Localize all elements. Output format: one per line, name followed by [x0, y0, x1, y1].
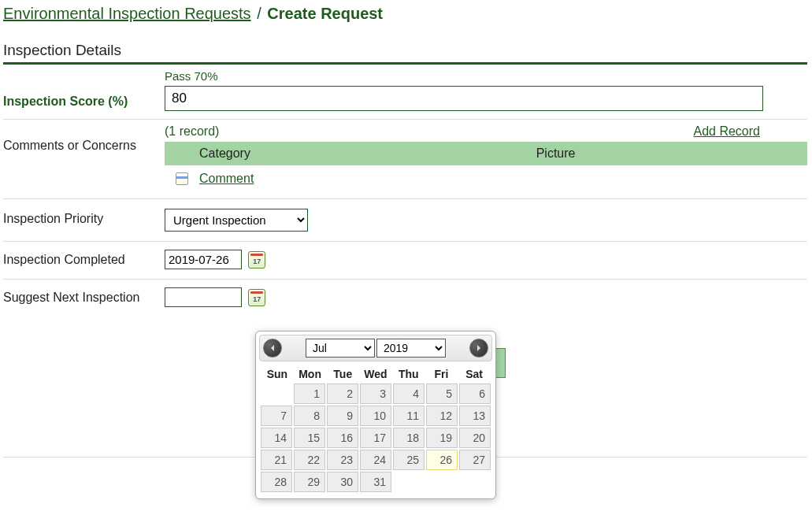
datepicker-day-grid: 1234567891011121314151617181920212223242…: [259, 383, 492, 461]
datepicker-day-cell[interactable]: 26: [426, 450, 458, 461]
datepicker-day-cell[interactable]: 11: [393, 406, 425, 426]
datepicker-day-cell[interactable]: 25: [393, 450, 425, 461]
record-count: (1 record): [165, 124, 219, 139]
section-heading-inspection-details: Inspection Details: [3, 42, 807, 65]
breadcrumb: Environmental Inspection Requests / Crea…: [3, 3, 807, 32]
col-header-picture: Picture: [473, 146, 807, 161]
datepicker-month-select[interactable]: Jul: [306, 339, 375, 358]
label-next: Suggest Next Inspection: [3, 287, 165, 305]
datepicker-day-cell[interactable]: 9: [327, 406, 358, 426]
hint-pass-threshold: Pass 70%: [165, 69, 807, 83]
datepicker-dow-label: Tue: [326, 368, 359, 380]
datepicker-day-cell[interactable]: 21: [261, 450, 292, 461]
datepicker-day-cell[interactable]: 4: [393, 383, 425, 404]
datepicker-day-cell[interactable]: 15: [294, 428, 325, 448]
datepicker-day-cell[interactable]: 5: [426, 383, 458, 404]
datepicker-next-button[interactable]: [469, 339, 488, 358]
row-priority: Inspection Priority Urgent Inspection: [3, 199, 807, 242]
datepicker-day-cell[interactable]: 3: [360, 383, 391, 404]
datepicker-day-cell[interactable]: 18: [393, 428, 425, 448]
datepicker-day-cell[interactable]: 2: [327, 383, 358, 404]
chevron-left-icon: [269, 344, 276, 352]
datepicker-day-cell[interactable]: 12: [426, 406, 458, 426]
inspection-score-input[interactable]: [165, 86, 763, 111]
datepicker-day-cell[interactable]: 16: [327, 428, 358, 448]
label-completed: Inspection Completed: [3, 250, 165, 267]
datepicker-day-cell[interactable]: 22: [294, 450, 325, 461]
datepicker-dow-label: Thu: [392, 368, 425, 380]
datepicker-prev-button[interactable]: [263, 339, 282, 358]
datepicker-header: Jul 2019: [259, 335, 492, 361]
breadcrumb-separator: /: [255, 5, 263, 22]
row-next: Suggest Next Inspection 17: [3, 280, 807, 315]
table-row: Comment: [165, 165, 807, 187]
breadcrumb-parent-link[interactable]: Environmental Inspection Requests: [3, 5, 251, 22]
grid-icon[interactable]: [176, 172, 188, 185]
datepicker-day-cell[interactable]: 14: [261, 428, 292, 448]
calendar-icon[interactable]: 17: [248, 251, 265, 269]
add-record-link[interactable]: Add Record: [694, 124, 761, 139]
priority-select[interactable]: Urgent Inspection: [165, 209, 308, 232]
datepicker-dow-label: Wed: [359, 368, 392, 380]
datepicker-dow-label: Sat: [458, 368, 491, 380]
datepicker-dow-label: Fri: [425, 368, 458, 380]
label-comments: Comments or Concerns: [3, 124, 165, 153]
datepicker-dayofweek-row: SunMonTueWedThuFriSat: [259, 361, 492, 383]
chevron-right-icon: [475, 344, 483, 352]
completed-date-input[interactable]: [165, 250, 242, 269]
datepicker-day-cell[interactable]: 23: [327, 450, 358, 461]
datepicker-day-cell[interactable]: 27: [459, 450, 491, 461]
row-inspection-score: Inspection Score (%) Pass 70%: [3, 65, 807, 120]
datepicker-day-cell[interactable]: 17: [360, 428, 391, 448]
datepicker-day-cell[interactable]: 24: [360, 450, 391, 461]
datepicker-year-select[interactable]: 2019: [376, 339, 446, 358]
comments-table-header: Category Picture: [165, 142, 807, 165]
label-priority: Inspection Priority: [3, 209, 165, 226]
calendar-icon[interactable]: 17: [248, 289, 265, 306]
datepicker-day-cell[interactable]: 19: [426, 428, 458, 448]
datepicker-day-cell[interactable]: 8: [294, 406, 325, 426]
comment-link[interactable]: Comment: [199, 172, 254, 186]
next-date-input[interactable]: [165, 287, 242, 307]
datepicker-popup: Jul 2019 SunMonTueWedThuFriSat 123456789…: [255, 331, 496, 461]
label-inspection-score: Inspection Score (%): [3, 69, 165, 109]
datepicker-day-cell[interactable]: 1: [294, 383, 325, 404]
datepicker-day-cell[interactable]: 6: [459, 383, 491, 404]
breadcrumb-current: Create Request: [267, 5, 383, 22]
datepicker-day-cell[interactable]: 7: [261, 406, 292, 426]
row-comments: Comments or Concerns (1 record) Add Reco…: [3, 120, 807, 199]
datepicker-day-cell[interactable]: 20: [459, 428, 491, 448]
datepicker-day-cell[interactable]: 13: [459, 406, 491, 426]
datepicker-blank-cell: [261, 383, 292, 404]
col-header-category: Category: [165, 146, 473, 161]
row-completed: Inspection Completed 17: [3, 242, 807, 280]
datepicker-day-cell[interactable]: 10: [360, 406, 391, 426]
datepicker-dow-label: Mon: [294, 368, 327, 380]
datepicker-dow-label: Sun: [261, 368, 294, 380]
